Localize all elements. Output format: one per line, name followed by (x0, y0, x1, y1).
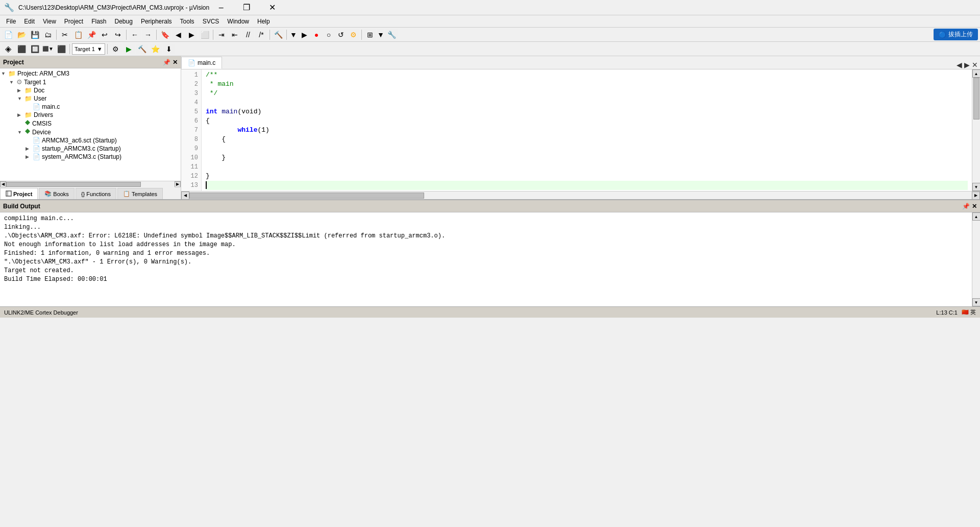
project-hscroll-track[interactable] (6, 181, 175, 187)
build-vscroll-track[interactable] (972, 221, 981, 298)
redo-button[interactable]: ↪ (112, 29, 124, 40)
tree-expand-3[interactable]: ▼ (17, 96, 24, 101)
hscroll-left-button[interactable]: ◀ (181, 191, 189, 200)
uncomment-button[interactable]: /* (255, 29, 267, 40)
close-button[interactable]: ✕ (260, 0, 284, 15)
build-all-button[interactable]: 🔨 (136, 43, 149, 55)
editor-vscroll-thumb[interactable] (973, 78, 979, 119)
upload-button[interactable]: 🔵 拔插上传 (934, 29, 978, 40)
editor-hscroll-thumb[interactable] (189, 193, 424, 199)
tree-expand-2[interactable]: ▶ (17, 88, 24, 93)
paste-button[interactable]: 📌 (85, 29, 97, 40)
menubar-item-window[interactable]: Window (223, 17, 253, 26)
tb2-btn2[interactable]: ⬛ (15, 43, 28, 55)
cut-button[interactable]: ✂ (59, 29, 71, 40)
tree-expand-10[interactable]: ▶ (26, 154, 33, 159)
tools-button[interactable]: 🔧 (385, 29, 398, 40)
build-vscroll-down[interactable]: ▼ (972, 298, 981, 306)
menubar-item-flash[interactable]: Flash (87, 17, 110, 26)
unindent-button[interactable]: ⇤ (229, 29, 241, 40)
save-button[interactable]: 💾 (29, 29, 41, 40)
hscroll-right-button[interactable]: ▶ (972, 191, 980, 200)
tree-item-1[interactable]: ▼⚙Target 1 (1, 78, 180, 86)
menubar-item-debug[interactable]: Debug (111, 17, 137, 26)
scroll-right-button[interactable]: ▶ (175, 181, 181, 187)
vscroll-up-button[interactable]: ▲ (972, 69, 981, 78)
tb2-btn4-drop[interactable]: ⬛▼ (42, 43, 54, 55)
tree-expand-0[interactable]: ▼ (1, 71, 8, 76)
code-content[interactable]: /** * main */int main(void){ while(1) { … (202, 69, 972, 191)
download-button[interactable]: ⬇ (163, 43, 175, 55)
tree-item-9[interactable]: ▶📄startup_ARMCM3.c (Startup) (1, 145, 180, 153)
indent-button[interactable]: ⇥ (215, 29, 228, 40)
editor-vscroll-track[interactable] (972, 78, 981, 183)
tree-expand-7[interactable]: ▼ (17, 130, 24, 135)
tree-expand-1[interactable]: ▼ (9, 80, 16, 85)
menubar-item-peripherals[interactable]: Peripherals (137, 17, 176, 26)
editor-nav-right[interactable]: ▶ (964, 61, 970, 69)
maximize-button[interactable]: ❐ (235, 0, 258, 15)
menubar-item-tools[interactable]: Tools (176, 17, 199, 26)
view-dropdown[interactable]: ▼ (377, 29, 384, 40)
tree-item-8[interactable]: 📄ARMCM3_ac6.sct (Startup) (1, 136, 180, 145)
debug-dropdown[interactable]: ▼ (289, 29, 298, 40)
menubar-item-project[interactable]: Project (60, 17, 87, 26)
scroll-left-button[interactable]: ◀ (0, 181, 6, 187)
bookmark-button[interactable]: 🔖 (159, 29, 171, 40)
debug-start-button[interactable]: ▶ (298, 29, 310, 40)
project-hscroll-thumb[interactable] (6, 182, 141, 187)
target-dropdown[interactable]: Target 1 ▼ (72, 43, 105, 55)
editor-nav-left[interactable]: ◀ (957, 61, 962, 69)
tb2-btn3[interactable]: 🔲 (29, 43, 41, 55)
tb2-btn1[interactable]: ◈ (2, 43, 14, 55)
undo-button[interactable]: ↩ (99, 29, 111, 40)
editor-close-button[interactable]: ✕ (972, 61, 978, 69)
debug-reset-button[interactable]: ↺ (335, 29, 347, 40)
tb2-btn5[interactable]: ⬛ (55, 43, 67, 55)
open-button[interactable]: 📂 (15, 29, 28, 40)
tree-item-6[interactable]: CMSIS (1, 119, 180, 128)
menubar-item-svcs[interactable]: SVCS (199, 17, 224, 26)
build-vscroll-up[interactable]: ▲ (972, 212, 981, 221)
editor-hscroll-track[interactable] (189, 191, 972, 200)
tree-expand-9[interactable]: ▶ (26, 146, 33, 151)
menubar-item-file[interactable]: File (2, 17, 20, 26)
debug-options-button[interactable]: ⚙ (347, 29, 359, 40)
bookmark-next-button[interactable]: ▶ (185, 29, 198, 40)
new-uvision-button[interactable]: ⭐ (150, 43, 162, 55)
build-pin-icon[interactable]: 📌 (962, 203, 970, 210)
vscroll-down-button[interactable]: ▼ (972, 183, 981, 191)
manage-button[interactable]: ⚙ (110, 43, 122, 55)
build-button[interactable]: 🔨 (272, 29, 284, 40)
left-tab-functions[interactable]: {}Functions (76, 188, 116, 199)
nav-back-button[interactable]: ← (129, 29, 141, 40)
copy-button[interactable]: 📋 (72, 29, 84, 40)
menubar-item-help[interactable]: Help (253, 17, 274, 26)
view-toggle-button[interactable]: ⊞ (364, 29, 376, 40)
tree-item-3[interactable]: ▼📁User (1, 94, 180, 103)
bookmark-prev-button[interactable]: ◀ (172, 29, 184, 40)
tree-item-0[interactable]: ▼📁Project: ARM_CM3 (1, 69, 180, 78)
tree-item-4[interactable]: 📄main.c (1, 103, 180, 111)
project-close-icon[interactable]: ✕ (173, 59, 178, 66)
menubar-item-edit[interactable]: Edit (20, 17, 39, 26)
debug-run-button[interactable]: ● (310, 29, 323, 40)
left-tab-project[interactable]: Project (0, 188, 38, 199)
nav-forward-button[interactable]: → (142, 29, 154, 40)
comment-button[interactable]: // (242, 29, 254, 40)
left-tab-templates[interactable]: 📋Templates (117, 188, 163, 199)
bookmark-clear-button[interactable]: ⬜ (199, 29, 211, 40)
run-stop-button[interactable]: ▶ (123, 43, 135, 55)
tree-item-10[interactable]: ▶📄system_ARMCM3.c (Startup) (1, 153, 180, 161)
tree-item-7[interactable]: ▼Device (1, 128, 180, 136)
new-file-button[interactable]: 📄 (2, 29, 14, 40)
pin-icon[interactable]: 📌 (163, 59, 170, 66)
left-tab-books[interactable]: 📚Books (39, 188, 75, 199)
tree-item-2[interactable]: ▶📁Doc (1, 86, 180, 94)
save-all-button[interactable]: 🗂 (42, 29, 54, 40)
tree-expand-5[interactable]: ▶ (17, 112, 24, 117)
minimize-button[interactable]: – (209, 0, 233, 15)
debug-step-button[interactable]: ○ (323, 29, 335, 40)
build-close-icon[interactable]: ✕ (972, 203, 977, 210)
menubar-item-view[interactable]: View (39, 17, 60, 26)
